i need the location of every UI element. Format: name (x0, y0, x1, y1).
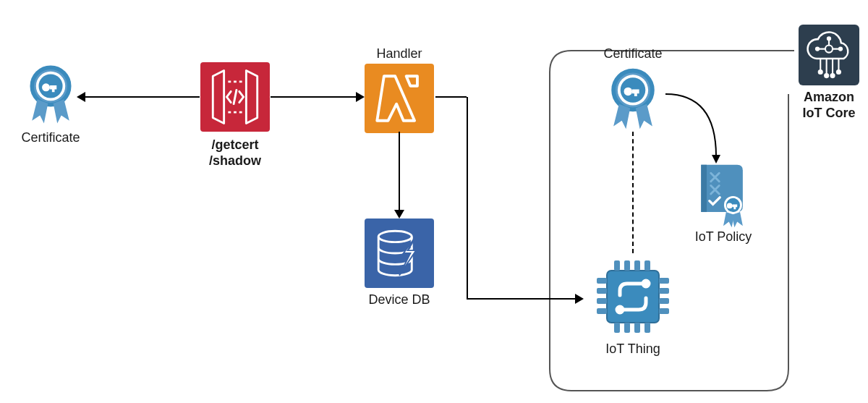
arrow-head-left-icon (77, 92, 85, 102)
edge-cert-to-policy (658, 87, 803, 217)
svg-rect-27 (659, 288, 669, 294)
certificate-left-label: Certificate (7, 130, 94, 146)
iot-thing-icon (590, 253, 676, 340)
iot-core-icon (799, 25, 859, 85)
handler-node: Handler (356, 43, 443, 133)
svg-point-37 (831, 74, 835, 77)
edge-cert-to-thing-dashed (632, 132, 634, 253)
edge-handler-to-db (399, 132, 400, 210)
certificate-icon (598, 64, 668, 133)
svg-rect-16 (634, 260, 640, 271)
edge-handler-to-thing-h2 (467, 298, 575, 300)
iot-thing-node: IoT Thing (582, 253, 684, 357)
api-gateway-label-top: /getcert (211, 137, 258, 152)
arrow-head-right-icon (356, 92, 365, 102)
arrow-head-down-icon (394, 210, 404, 219)
svg-rect-26 (659, 278, 669, 284)
svg-line-5 (234, 90, 237, 103)
svg-rect-14 (614, 260, 620, 271)
svg-rect-29 (659, 308, 669, 314)
iot-policy-label: IoT Policy (680, 229, 767, 245)
certificate-iot-label: Certificate (586, 46, 680, 62)
svg-rect-20 (634, 323, 640, 333)
device-db-node: Device DB (356, 219, 443, 308)
arrow-head-right-icon (575, 294, 584, 304)
svg-rect-15 (624, 260, 630, 271)
svg-rect-18 (614, 323, 620, 333)
edge-handler-to-thing-v (467, 97, 468, 300)
iot-core-label-1: Amazon (804, 90, 854, 104)
edge-api-to-cert (85, 96, 200, 98)
svg-point-46 (827, 37, 830, 40)
handler-label: Handler (356, 46, 443, 62)
svg-point-39 (837, 70, 841, 74)
certificate-icon (17, 61, 84, 127)
svg-point-6 (378, 231, 412, 242)
dynamodb-icon (365, 219, 434, 288)
svg-rect-28 (659, 298, 669, 304)
api-gateway-label-bottom: /shadow (209, 153, 261, 168)
lambda-icon (365, 64, 434, 133)
svg-rect-19 (624, 323, 630, 333)
svg-rect-24 (597, 298, 607, 304)
device-db-label: Device DB (356, 292, 443, 308)
svg-rect-21 (644, 323, 650, 333)
svg-rect-12 (607, 271, 659, 323)
svg-point-35 (825, 74, 828, 77)
svg-rect-23 (597, 288, 607, 294)
svg-rect-17 (644, 260, 650, 271)
svg-point-42 (816, 48, 819, 51)
certificate-left-node: Certificate (7, 61, 94, 146)
svg-point-44 (839, 48, 842, 51)
svg-point-33 (819, 70, 822, 74)
edge-handler-to-thing-h1 (435, 96, 467, 98)
svg-point-40 (825, 46, 833, 53)
iot-thing-label: IoT Thing (582, 342, 684, 357)
iot-core-label-2: IoT Core (802, 106, 855, 120)
svg-rect-22 (597, 278, 607, 284)
api-gateway-icon (200, 62, 270, 132)
edge-api-to-handler (271, 96, 356, 98)
svg-rect-25 (597, 308, 607, 314)
api-gateway-node: /getcert /shadow (184, 62, 286, 169)
